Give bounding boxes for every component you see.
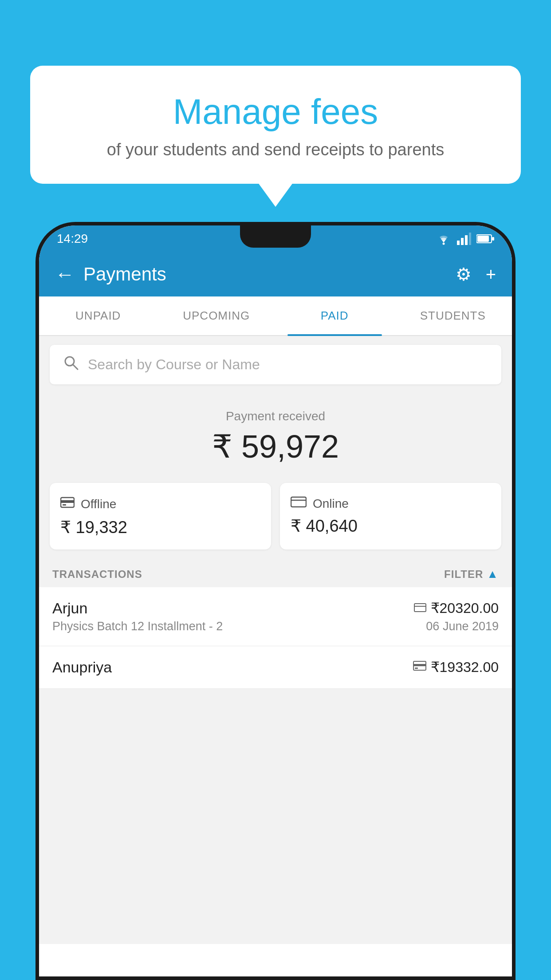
online-payment-icon [291, 495, 307, 512]
transaction-amount: ₹20320.00 [431, 600, 499, 616]
tabs-bar: UNPAID UPCOMING PAID STUDENTS [39, 296, 512, 336]
offline-payment-icon-2 [413, 660, 426, 675]
search-input[interactable]: Search by Course or Name [88, 356, 260, 373]
svg-rect-6 [477, 236, 489, 242]
online-amount: ₹ 40,640 [291, 516, 491, 536]
card-payment-icon [414, 601, 426, 615]
tab-paid[interactable]: PAID [276, 296, 394, 335]
phone-frame: 14:29 [35, 222, 516, 980]
online-label: Online [313, 497, 349, 511]
add-button[interactable]: + [486, 265, 496, 285]
offline-card: Offline ₹ 19,332 [50, 483, 271, 549]
transaction-detail: Physics Batch 12 Installment - 2 [52, 620, 223, 633]
tooltip-subtitle: of your students and send receipts to pa… [52, 140, 499, 159]
online-card-header: Online [291, 495, 491, 512]
svg-rect-11 [61, 500, 74, 503]
transaction-detail-row: Physics Batch 12 Installment - 2 06 June… [52, 617, 499, 633]
filter-label: FILTER [444, 568, 483, 581]
signal-icon [457, 233, 471, 245]
tooltip-card: Manage fees of your students and send re… [30, 66, 521, 184]
status-icons [436, 233, 494, 245]
transaction-item-anupriya[interactable]: Anupriya ₹19332.00 [39, 646, 512, 689]
header-title: Payments [83, 264, 456, 285]
header-icons: ⚙ + [456, 264, 496, 285]
transaction-name-2: Anupriya [52, 659, 112, 676]
transactions-label: TRANSACTIONS [52, 568, 142, 581]
svg-rect-12 [63, 504, 66, 506]
svg-rect-19 [415, 668, 418, 669]
transaction-name: Arjun [52, 600, 87, 617]
notch [240, 225, 311, 248]
search-bar[interactable]: Search by Course or Name [50, 345, 501, 384]
tooltip-title: Manage fees [52, 92, 499, 131]
transaction-amount-row-2: ₹19332.00 [413, 659, 499, 676]
payment-total-amount: ₹ 59,972 [48, 428, 503, 465]
payment-received-label: Payment received [48, 409, 503, 423]
svg-line-9 [73, 364, 78, 369]
svg-rect-4 [469, 233, 471, 245]
filter-icon: ▲ [487, 567, 499, 581]
tab-unpaid[interactable]: UNPAID [39, 296, 157, 335]
offline-amount: ₹ 19,332 [60, 518, 260, 537]
status-bar: 14:29 [39, 225, 512, 252]
wifi-icon [436, 233, 452, 245]
content-area: Search by Course or Name Payment receive… [39, 336, 512, 944]
tab-students[interactable]: STUDENTS [394, 296, 512, 335]
offline-payment-icon [60, 495, 75, 513]
svg-rect-15 [414, 604, 426, 612]
status-time: 14:29 [57, 232, 88, 246]
online-card: Online ₹ 40,640 [280, 483, 501, 549]
svg-point-0 [443, 243, 445, 245]
transaction-row: Arjun ₹20320.00 [52, 600, 499, 617]
back-button[interactable]: ← [55, 263, 75, 285]
phone-screen: 14:29 [39, 225, 512, 976]
app-header: ← Payments ⚙ + [39, 252, 512, 296]
payment-cards: Offline ₹ 19,332 Online [50, 483, 501, 549]
filter-button[interactable]: FILTER ▲ [444, 567, 499, 581]
battery-icon [476, 233, 494, 244]
transaction-date: 06 June 2019 [426, 620, 499, 633]
transaction-amount-2: ₹19332.00 [431, 659, 499, 676]
transactions-header: TRANSACTIONS FILTER ▲ [39, 558, 512, 587]
settings-button[interactable]: ⚙ [456, 264, 472, 285]
svg-rect-3 [465, 235, 468, 245]
svg-rect-7 [492, 237, 494, 241]
transaction-amount-row: ₹20320.00 [414, 600, 499, 616]
offline-card-header: Offline [60, 495, 260, 513]
svg-rect-18 [413, 664, 426, 666]
svg-rect-2 [461, 238, 464, 245]
tab-upcoming[interactable]: UPCOMING [157, 296, 276, 335]
svg-rect-1 [457, 241, 460, 245]
transaction-row-2: Anupriya ₹19332.00 [52, 659, 499, 676]
payment-summary: Payment received ₹ 59,972 [39, 393, 512, 478]
offline-label: Offline [81, 497, 116, 511]
transaction-item-arjun[interactable]: Arjun ₹20320.00 Physics Batch 12 Install… [39, 587, 512, 646]
svg-rect-13 [291, 497, 306, 507]
search-icon [63, 355, 79, 375]
